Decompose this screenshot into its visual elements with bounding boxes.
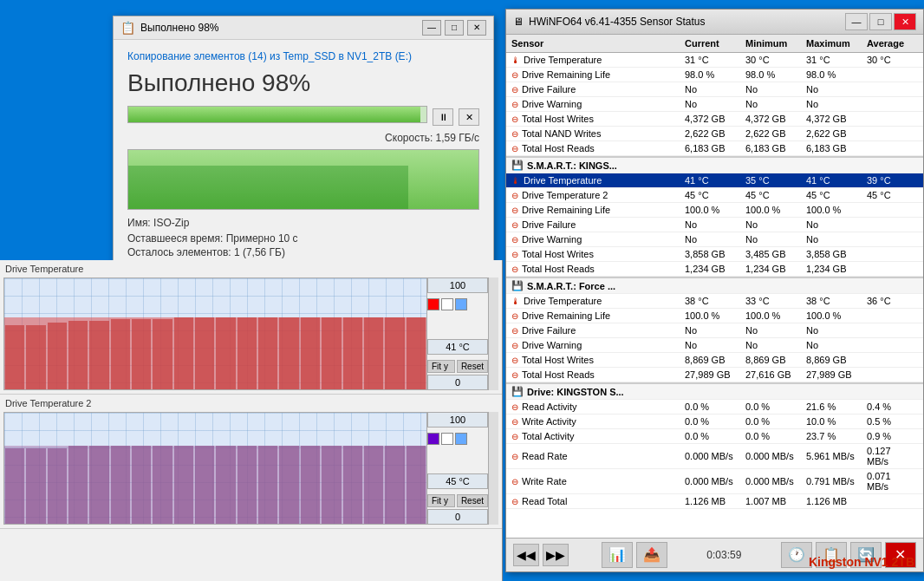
average-value — [862, 267, 914, 271]
average-value — [862, 329, 914, 332]
table-row[interactable]: ⊖ Total Host Writes 3,858 GB 3,485 GB 3,… — [506, 247, 923, 262]
sensor-name-cell: 🌡 Drive Temperature — [506, 53, 680, 67]
table-row[interactable]: ⊖ Drive Remaining Life 100.0 % 100.0 % 1… — [506, 309, 923, 323]
graph-2-scrollbar[interactable] — [488, 412, 498, 525]
table-row[interactable]: ⊖ Drive Failure No No No — [506, 323, 923, 338]
table-row[interactable]: ⊖ Total Host Reads 1,234 GB 1,234 GB 1,2… — [506, 262, 923, 277]
table-row[interactable]: 🌡 Drive Temperature 41 °C 35 °C 41 °C 39… — [506, 173, 923, 188]
hwinfo-minimize-button[interactable]: — — [845, 13, 868, 30]
sensor-name-cell: 🌡 Drive Temperature — [506, 294, 680, 308]
sensor-name-text: Drive Temperature — [524, 55, 602, 65]
sensor-name-text: Read Total — [522, 496, 567, 506]
graph-2-color-blue[interactable] — [455, 433, 467, 445]
table-row[interactable]: ⊖ Drive Failure No No No — [506, 218, 923, 232]
table-row[interactable]: ⊖ Total Activity 0.0 % 0.0 % 23.7 % 0.9 … — [506, 429, 923, 444]
average-value — [862, 238, 914, 241]
maximum-value: No — [801, 97, 862, 111]
sensor-name-cell: 🌡 Drive Temperature — [506, 173, 680, 187]
graph-1-title: Drive Temperature — [3, 264, 498, 274]
sensor-type-icon: ⊖ — [511, 370, 518, 380]
average-value: 45 °C — [862, 188, 914, 202]
minimum-value: 2,622 GB — [740, 127, 801, 140]
table-row[interactable]: ⊖ Total Host Writes 4,372 GB 4,372 GB 4,… — [506, 112, 923, 127]
table-row[interactable]: ⊖ Read Activity 0.0 % 0.0 % 21.6 % 0.4 % — [506, 400, 923, 415]
average-value — [862, 208, 914, 212]
minimize-button[interactable]: — — [422, 20, 441, 36]
maximize-button[interactable]: □ — [445, 20, 464, 36]
sensor-name-text: Total Host Writes — [522, 114, 594, 124]
table-row[interactable]: ⊖ Write Rate 0.000 MB/s 0.000 MB/s 0.791… — [506, 469, 923, 494]
graph-1-color-white[interactable] — [441, 298, 453, 310]
graph-1-scrollbar[interactable] — [488, 277, 498, 390]
table-row[interactable]: ⊖ Read Total 1.126 MB 1.007 MB 1.126 MB — [506, 494, 923, 509]
sensor-group-header: 💾 S.M.A.R.T.: KINGS... — [506, 156, 923, 173]
table-row[interactable]: ⊖ Drive Failure No No No — [506, 82, 923, 97]
table-row[interactable]: ⊖ Drive Remaining Life 100.0 % 100.0 % 1… — [506, 203, 923, 218]
table-row[interactable]: ⊖ Drive Temperature 2 45 °C 45 °C 45 °C … — [506, 188, 923, 203]
graphs-panel: Drive Temperature — [0, 260, 503, 581]
minimum-value: 0.0 % — [740, 400, 801, 414]
graph-section-1: Drive Temperature — [0, 260, 502, 395]
export-button[interactable]: 📤 — [636, 542, 667, 568]
sensor-name-cell: ⊖ Total Host Reads — [506, 141, 680, 155]
graph-2-fit-button[interactable]: Fit y — [427, 494, 455, 507]
hwinfo-close-button[interactable]: ✕ — [894, 13, 916, 30]
dest-link[interactable]: NV1_2TB (E:) — [347, 50, 412, 62]
table-row[interactable]: ⊖ Drive Remaining Life 98.0 % 98.0 % 98.… — [506, 68, 923, 82]
graph-1-color-blue[interactable] — [455, 298, 467, 310]
average-value: 30 °C — [862, 53, 914, 67]
table-row[interactable]: 🌡 Drive Temperature 38 °C 33 °C 38 °C 36… — [506, 294, 923, 309]
hwinfo-maximize-button[interactable]: □ — [869, 13, 892, 30]
nav-forward-button[interactable]: ▶▶ — [543, 544, 569, 566]
table-row[interactable]: ⊖ Write Activity 0.0 % 0.0 % 10.0 % 0.5 … — [506, 415, 923, 429]
current-value: 4,372 GB — [680, 112, 740, 126]
source-link[interactable]: Temp_SSD — [283, 50, 336, 62]
minimum-value: 27,616 GB — [740, 368, 801, 382]
cancel-button[interactable]: ✕ — [459, 108, 479, 126]
maximum-value: 100.0 % — [801, 203, 862, 217]
copy-dialog: 📋 Выполнено 98% — □ ✕ Копирование элемен… — [113, 16, 494, 295]
current-value: 45 °C — [680, 188, 740, 202]
hwinfo-sensor-list[interactable]: 🌡 Drive Temperature 31 °C 30 °C 31 °C 30… — [506, 53, 923, 538]
sensor-type-icon: 🌡 — [511, 176, 520, 186]
sensor-name-cell: ⊖ Total NAND Writes — [506, 127, 680, 140]
current-value: 0.000 MB/s — [680, 449, 740, 463]
current-value: 0.000 MB/s — [680, 474, 740, 488]
table-row[interactable]: ⊖ Total NAND Writes 2,622 GB 2,622 GB 2,… — [506, 127, 923, 141]
minimum-value: 33 °C — [740, 294, 801, 308]
graph-1-fit-button[interactable]: Fit y — [427, 360, 455, 373]
minimum-value: No — [740, 218, 801, 232]
sensor-name-text: Drive Failure — [522, 84, 576, 95]
clock-button[interactable]: 🕐 — [781, 542, 812, 568]
table-row[interactable]: ⊖ Total Host Writes 8,869 GB 8,869 GB 8,… — [506, 353, 923, 368]
graph-2-reset-button[interactable]: Reset — [457, 494, 488, 507]
average-value: 0.4 % — [862, 400, 914, 414]
graph-1-reset-button[interactable]: Reset — [457, 360, 488, 373]
sensor-type-icon: ⊖ — [511, 497, 518, 506]
minimum-value: No — [740, 82, 801, 96]
graph-2-color-purple[interactable] — [427, 433, 439, 445]
table-row[interactable]: ⊖ Read Rate 0.000 MB/s 0.000 MB/s 5.961 … — [506, 444, 923, 469]
pause-button[interactable]: ⏸ — [433, 108, 453, 126]
table-row[interactable]: 🌡 Drive Temperature 31 °C 30 °C 31 °C 30… — [506, 53, 923, 68]
sensor-type-icon: ⊖ — [511, 220, 518, 230]
current-value: 6,183 GB — [680, 141, 740, 155]
copy-percent-label: Выполнено 98% — [127, 69, 479, 97]
table-row[interactable]: ⊖ Drive Warning No No No — [506, 97, 923, 112]
table-row[interactable]: ⊖ Total Host Reads 6,183 GB 6,183 GB 6,1… — [506, 141, 923, 156]
sensor-name-text: Total Host Reads — [522, 369, 595, 380]
close-button[interactable]: ✕ — [467, 20, 486, 36]
sensor-type-icon: ⊖ — [511, 452, 518, 461]
sensor-type-icon: ⊖ — [511, 250, 518, 259]
maximum-value: No — [801, 82, 862, 96]
graph-1-color-red[interactable] — [427, 298, 439, 310]
table-row[interactable]: ⊖ Drive Warning No No No — [506, 232, 923, 247]
table-row[interactable]: ⊖ Total Host Reads 27,989 GB 27,616 GB 2… — [506, 368, 923, 382]
sensor-name-cell: ⊖ Drive Warning — [506, 232, 680, 246]
sensors-button[interactable]: 📊 — [602, 542, 633, 568]
table-row[interactable]: ⊖ Drive Warning No No No — [506, 338, 923, 353]
nav-back-button[interactable]: ◀◀ — [513, 544, 539, 566]
sensor-name-text: Drive Failure — [522, 325, 576, 336]
average-value — [862, 102, 914, 106]
graph-2-color-white[interactable] — [441, 433, 453, 445]
